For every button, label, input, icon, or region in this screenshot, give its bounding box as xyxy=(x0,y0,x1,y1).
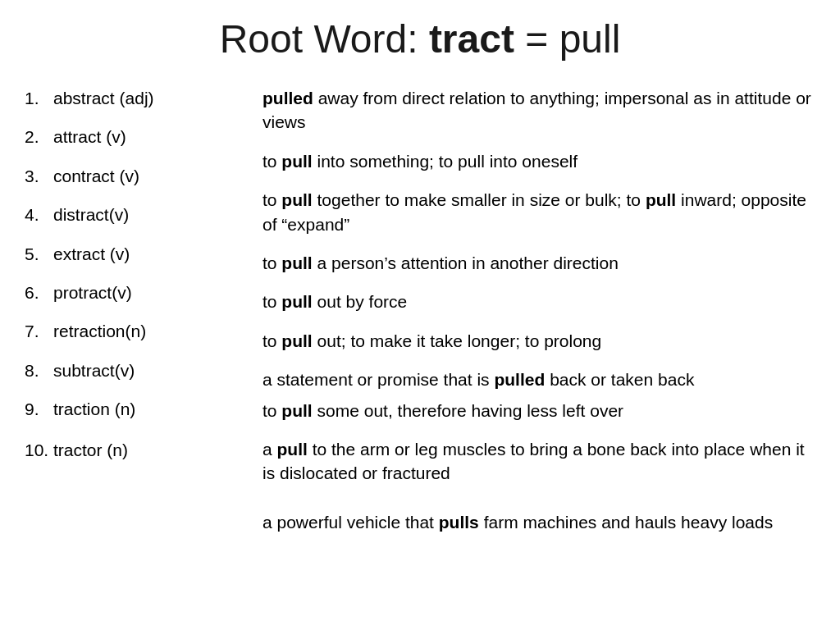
definition-item: to pull out; to make it take longer; to … xyxy=(262,329,815,353)
word-number: 8. xyxy=(25,358,53,382)
content-area: 1.abstract (adj)2.attract (v)3.contract … xyxy=(25,86,815,549)
word-term: subtract(v) xyxy=(53,358,135,382)
definition-item: a statement or promise that is pulled ba… xyxy=(262,368,815,391)
definition-text: a xyxy=(262,440,277,459)
definition-text: to xyxy=(262,253,281,272)
definition-text: a powerful vehicle that xyxy=(262,513,439,532)
word-number: 2. xyxy=(25,125,53,148)
definition-bold-word: pull xyxy=(281,292,312,311)
definition-text: away from direct relation to anything; i… xyxy=(262,89,811,131)
definition-item: a pull to the arm or leg muscles to brin… xyxy=(262,437,815,486)
definition-bold-word: pulled xyxy=(494,370,545,389)
definition-text: together to make smaller in size or bulk… xyxy=(313,190,646,209)
list-item: 7.retraction(n) xyxy=(25,319,246,343)
word-term: abstract (adj) xyxy=(53,86,154,110)
word-number: 10. xyxy=(25,438,53,462)
definition-text: to xyxy=(262,152,281,171)
word-term: attract (v) xyxy=(53,125,126,148)
definition-text: a person’s attention in another directio… xyxy=(313,253,619,272)
definition-text: some out, therefore having less left ove… xyxy=(313,401,623,420)
definition-bold-word: pull xyxy=(281,190,312,209)
list-item: 8.subtract(v) xyxy=(25,358,246,382)
word-number: 6. xyxy=(25,281,53,304)
list-item: 4.distract(v) xyxy=(25,203,246,226)
definition-item: to pull out by force xyxy=(262,290,815,313)
definition-text: to xyxy=(262,401,281,420)
definition-item: to pull a person’s attention in another … xyxy=(262,251,815,275)
word-number: 5. xyxy=(25,242,53,266)
title-prefix: Root Word: xyxy=(220,17,429,61)
page-title: Root Word: tract = pull xyxy=(25,16,815,62)
definition-bold-word: pulls xyxy=(439,513,479,532)
definition-item: to pull into something; to pull into one… xyxy=(262,149,815,173)
word-term: tractor (n) xyxy=(53,438,128,462)
word-list: 1.abstract (adj)2.attract (v)3.contract … xyxy=(25,86,254,549)
list-item: 5.extract (v) xyxy=(25,242,246,266)
definition-bold-word: pulled xyxy=(262,89,313,107)
word-number: 7. xyxy=(25,319,53,343)
definition-text: into something; to pull into oneself xyxy=(313,152,578,171)
definition-bold-word: pull xyxy=(281,152,312,171)
definition-text: back or taken back xyxy=(545,370,694,389)
word-term: extract (v) xyxy=(53,242,130,266)
definition-text: out by force xyxy=(313,292,408,311)
word-term: contract (v) xyxy=(53,164,139,188)
definition-list: pulled away from direct relation to anyt… xyxy=(254,86,815,549)
title-suffix: = pull xyxy=(514,17,620,61)
definition-text: to the arm or leg muscles to bring a bon… xyxy=(262,440,805,482)
list-item: 1.abstract (adj) xyxy=(25,86,246,110)
word-term: protract(v) xyxy=(53,281,132,304)
definition-text: a statement or promise that is xyxy=(262,370,494,389)
definition-item: to pull together to make smaller in size… xyxy=(262,188,815,236)
word-term: traction (n) xyxy=(53,397,135,421)
word-term: retraction(n) xyxy=(53,319,146,343)
definition-text: to xyxy=(262,331,281,350)
definition-text: to xyxy=(262,190,281,209)
list-item: 9.traction (n) xyxy=(25,397,246,421)
word-number: 9. xyxy=(25,397,53,421)
list-item: 2.attract (v) xyxy=(25,125,246,148)
definition-bold-word: pull xyxy=(281,401,312,420)
definition-item: a powerful vehicle that pulls farm machi… xyxy=(262,510,815,534)
definition-bold-word: pull xyxy=(281,331,312,350)
definition-item: to pull some out, therefore having less … xyxy=(262,399,815,422)
definition-text: farm machines and hauls heavy loads xyxy=(479,513,773,532)
list-item: 3.contract (v) xyxy=(25,164,246,188)
definition-text: to xyxy=(262,292,281,311)
definition-bold-word: pull xyxy=(277,440,308,459)
definition-bold-word: pull xyxy=(281,253,312,272)
list-item: 6.protract(v) xyxy=(25,281,246,304)
word-number: 4. xyxy=(25,203,53,226)
word-number: 3. xyxy=(25,164,53,188)
definition-text: out; to make it take longer; to prolong xyxy=(313,331,602,350)
title-bold: tract xyxy=(429,17,514,61)
word-number: 1. xyxy=(25,86,53,110)
list-item: 10.tractor (n) xyxy=(25,438,246,462)
definition-bold-word: pull xyxy=(646,190,676,209)
word-term: distract(v) xyxy=(53,203,129,226)
definition-item: pulled away from direct relation to anyt… xyxy=(262,86,815,135)
